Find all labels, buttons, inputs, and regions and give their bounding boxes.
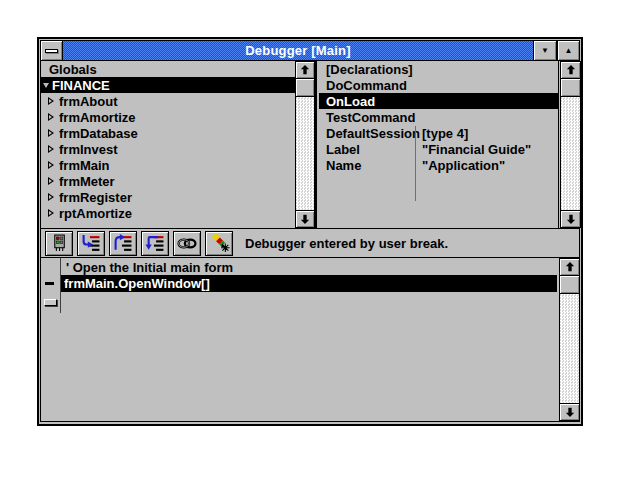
expanded-triangle-icon	[43, 83, 49, 88]
member-name-row[interactable]: Name "Application"	[319, 157, 558, 173]
member-defaultsession[interactable]: DefaultSession [type 4]	[319, 125, 558, 141]
code-text: ' Open the Initial main form	[66, 260, 233, 275]
member-name: Label	[319, 142, 415, 157]
member-name: OnLoad	[319, 94, 415, 109]
collapsed-triangle-icon	[49, 161, 55, 169]
member-onload[interactable]: OnLoad	[319, 93, 558, 109]
debugger-window: Debugger [Main] ▼ ▲ Globals FINANCE frmA…	[37, 37, 583, 426]
scroll-down-button[interactable]	[560, 210, 581, 228]
tree-item-label: frmMeter	[59, 174, 115, 189]
collapse-minus-button[interactable]	[44, 299, 57, 306]
collapsed-triangle-icon	[49, 97, 55, 105]
object-tree-pane: Globals FINANCE frmAbout frmAmortize frm…	[41, 61, 317, 228]
member-name: [Declarations]	[319, 62, 415, 77]
step-into-icon	[80, 234, 102, 253]
calls-button[interactable]	[173, 231, 201, 256]
collapsed-triangle-icon	[49, 113, 55, 121]
member-name: TestCommand	[319, 110, 415, 125]
member-name: DoCommand	[319, 78, 415, 93]
code-text: frmMain.OpenWindow[]	[64, 276, 210, 291]
tree-item-frmmeter[interactable]: frmMeter	[41, 173, 315, 189]
step-over-button[interactable]	[109, 231, 137, 256]
arrow-up-icon	[565, 261, 575, 273]
maximize-icon: ▲	[565, 46, 573, 55]
minimize-button[interactable]: ▼	[533, 41, 556, 60]
maximize-button[interactable]: ▲	[556, 41, 579, 60]
code-pane: ' Open the Initial main form frmMain.Ope…	[40, 258, 580, 422]
member-testcommand[interactable]: TestCommand	[319, 109, 558, 125]
collapsed-triangle-icon	[49, 145, 55, 153]
run-stop-button[interactable]	[45, 231, 73, 256]
top-panes: Globals FINANCE frmAbout frmAmortize frm…	[40, 61, 580, 229]
step-out-button[interactable]	[141, 231, 169, 256]
scroll-down-button[interactable]	[559, 403, 580, 421]
status-message: Debugger entered by user break.	[245, 236, 448, 251]
member-name: DefaultSession	[319, 126, 415, 141]
debug-toolbar: Debugger entered by user break.	[40, 229, 580, 258]
name-value-divider	[415, 126, 416, 201]
arrow-up-icon	[566, 64, 576, 76]
member-value: [type 4]	[415, 126, 468, 141]
scroll-track[interactable]	[559, 294, 580, 403]
tree-item-label: FINANCE	[52, 78, 110, 93]
collapsed-triangle-icon	[49, 177, 55, 185]
minimize-icon: ▼	[541, 46, 549, 55]
members-scrollbar	[560, 61, 581, 228]
scroll-up-button[interactable]	[560, 61, 581, 79]
scroll-up-button[interactable]	[559, 258, 580, 276]
tree-item-label: frmRegister	[59, 190, 132, 205]
titlebar: Debugger [Main] ▼ ▲	[40, 40, 580, 61]
chain-links-icon	[176, 234, 198, 253]
tree-item-label: frmMain	[59, 158, 110, 173]
current-line-dash-marker	[45, 282, 54, 285]
tree-item-label: frmDatabase	[59, 126, 138, 141]
tree-item-label: frmAbout	[59, 94, 118, 109]
arrow-down-icon	[300, 213, 310, 225]
tree-scrollbar	[295, 61, 315, 228]
tree-item-label: frmAmortize	[59, 110, 136, 125]
arrow-up-icon	[300, 64, 310, 76]
tree-item-label: rptAmortize	[59, 206, 132, 221]
scroll-thumb[interactable]	[295, 79, 315, 97]
show-current-line-button[interactable]	[205, 231, 233, 256]
system-menu-icon	[45, 49, 58, 53]
tree-item-frmdatabase[interactable]: frmDatabase	[41, 125, 315, 141]
window-title: Debugger [Main]	[245, 43, 351, 58]
scroll-thumb[interactable]	[559, 276, 580, 294]
arrow-down-icon	[565, 406, 575, 418]
scroll-track[interactable]	[295, 97, 315, 210]
scroll-track[interactable]	[560, 97, 581, 210]
tree-item-label: Globals	[49, 62, 97, 77]
collapsed-triangle-icon	[49, 209, 55, 217]
tree-item-label: frmInvest	[59, 142, 118, 157]
tree-item-frmmain[interactable]: frmMain	[41, 157, 315, 173]
tree-item-frminvest[interactable]: frmInvest	[41, 141, 315, 157]
member-declarations[interactable]: [Declarations]	[319, 61, 558, 77]
collapsed-triangle-icon	[49, 193, 55, 201]
titlebar-caption-area[interactable]: Debugger [Main]	[63, 41, 533, 60]
tree-item-rptamortize[interactable]: rptAmortize	[41, 205, 315, 221]
scroll-up-button[interactable]	[295, 61, 315, 79]
collapsed-triangle-icon	[49, 129, 55, 137]
member-docommand[interactable]: DoCommand	[319, 77, 558, 93]
member-value: "Financial Guide"	[415, 142, 531, 157]
system-menu-button[interactable]	[41, 41, 63, 60]
member-value: "Application"	[415, 158, 505, 173]
code-line-comment[interactable]: ' Open the Initial main form	[61, 259, 557, 275]
code-line-current[interactable]: frmMain.OpenWindow[]	[61, 275, 557, 292]
member-label[interactable]: Label "Financial Guide"	[319, 141, 558, 157]
scroll-thumb[interactable]	[560, 79, 581, 97]
scroll-down-button[interactable]	[295, 210, 315, 228]
tree-item-frmabout[interactable]: frmAbout	[41, 93, 315, 109]
traffic-light-icon	[48, 234, 70, 253]
member-name: Name	[319, 158, 415, 173]
tree-item-frmregister[interactable]: frmRegister	[41, 189, 315, 205]
code-scrollbar	[559, 258, 580, 421]
step-over-icon	[112, 234, 134, 253]
tree-item-globals[interactable]: Globals	[41, 61, 315, 77]
tree-item-frmamortize[interactable]: frmAmortize	[41, 109, 315, 125]
tree-item-finance[interactable]: FINANCE	[41, 77, 315, 93]
step-out-icon	[144, 234, 166, 253]
highlight-pen-icon	[208, 234, 230, 253]
step-into-button[interactable]	[77, 231, 105, 256]
